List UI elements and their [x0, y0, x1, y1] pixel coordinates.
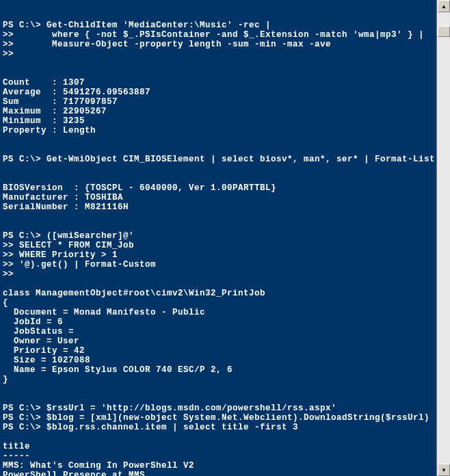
- vertical-scrollbar[interactable]: ▲ ▼: [436, 0, 450, 476]
- scroll-up-button[interactable]: ▲: [438, 0, 450, 12]
- scroll-thumb[interactable]: [438, 26, 450, 37]
- terminal-output: PS C:\> Get-ChildItem 'MediaCenter:\Musi…: [3, 21, 434, 476]
- chevron-up-icon: ▲: [441, 3, 447, 10]
- powershell-terminal[interactable]: PS C:\> Get-ChildItem 'MediaCenter:\Musi…: [0, 0, 436, 476]
- chevron-down-icon: ▼: [441, 467, 447, 473]
- scroll-track[interactable]: [437, 12, 450, 464]
- scroll-down-button[interactable]: ▼: [438, 464, 450, 476]
